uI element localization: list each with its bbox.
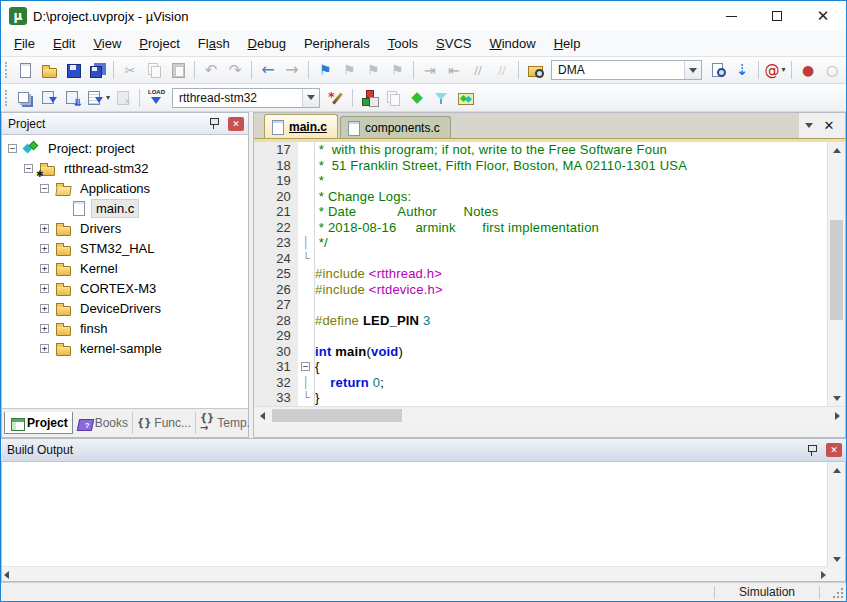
menu-peripherals[interactable]: Peripherals bbox=[295, 32, 379, 55]
project-panel-close-button[interactable]: ✕ bbox=[228, 117, 244, 131]
menu-window[interactable]: Window bbox=[480, 32, 544, 55]
scroll-left-icon[interactable] bbox=[4, 565, 9, 583]
minimize-button[interactable] bbox=[708, 1, 754, 31]
tree-item-finsh[interactable]: +finsh bbox=[2, 318, 248, 338]
pin-icon[interactable] bbox=[209, 117, 220, 130]
target-select-dropdown[interactable] bbox=[302, 89, 319, 107]
tree-item-main-c[interactable]: main.c bbox=[2, 198, 248, 218]
toggle-bookmark-icon[interactable]: ⚑ bbox=[314, 59, 336, 81]
cut-icon[interactable]: ✂ bbox=[119, 59, 141, 81]
clear-bookmarks-icon[interactable]: ⚑ bbox=[386, 59, 408, 81]
menu-flash[interactable]: Flash bbox=[189, 32, 239, 55]
configure-flash-icon[interactable] bbox=[430, 87, 452, 109]
tree-item-project-project[interactable]: −Project: project bbox=[2, 138, 248, 158]
manage-project-items-icon[interactable] bbox=[358, 87, 380, 109]
insert-breakpoint-icon[interactable]: ● bbox=[797, 59, 819, 81]
scroll-up-icon[interactable] bbox=[828, 142, 845, 158]
navigate-forward-icon[interactable]: → bbox=[281, 59, 303, 81]
scroll-down-icon[interactable] bbox=[828, 551, 845, 567]
target-select[interactable]: rtthread-stm32 bbox=[172, 88, 320, 108]
stop-build-icon[interactable] bbox=[112, 87, 134, 109]
scrollbar-thumb[interactable] bbox=[830, 220, 843, 320]
build-output-horizontal-scrollbar[interactable] bbox=[2, 566, 828, 581]
download-icon[interactable] bbox=[145, 87, 167, 109]
save-all-icon[interactable] bbox=[86, 59, 108, 81]
build-output-close-button[interactable]: ✕ bbox=[826, 443, 842, 457]
editor-horizontal-scrollbar[interactable] bbox=[254, 406, 845, 424]
redo-icon[interactable]: ↷ bbox=[224, 59, 246, 81]
close-document-button[interactable]: ✕ bbox=[819, 118, 839, 133]
expand-icon[interactable]: + bbox=[40, 224, 49, 233]
pack-installer-icon[interactable] bbox=[454, 87, 476, 109]
menu-help[interactable]: Help bbox=[545, 32, 590, 55]
search-combo[interactable]: DMA bbox=[551, 60, 702, 80]
paste-icon[interactable] bbox=[167, 59, 189, 81]
panel-tab-books[interactable]: Books bbox=[73, 412, 133, 434]
next-bookmark-icon[interactable]: ⚑ bbox=[362, 59, 384, 81]
tree-item-cortex-m3[interactable]: +CORTEX-M3 bbox=[2, 278, 248, 298]
tab-list-dropdown[interactable] bbox=[799, 123, 819, 128]
tab-main-c[interactable]: main.c bbox=[264, 114, 338, 138]
menu-edit[interactable]: Edit bbox=[44, 32, 84, 55]
manage-books-icon[interactable] bbox=[382, 87, 404, 109]
expand-icon[interactable]: + bbox=[40, 264, 49, 273]
find-icon[interactable] bbox=[707, 59, 729, 81]
close-button[interactable]: ✕ bbox=[800, 1, 846, 31]
build-output-vertical-scrollbar[interactable] bbox=[827, 462, 845, 581]
expand-icon[interactable]: + bbox=[40, 304, 49, 313]
translate-icon[interactable] bbox=[14, 87, 36, 109]
panel-tab-func[interactable]: {}Func... bbox=[133, 412, 196, 434]
new-file-icon[interactable] bbox=[14, 59, 36, 81]
target-options-icon[interactable] bbox=[325, 87, 347, 109]
menu-project[interactable]: Project bbox=[130, 32, 188, 55]
uncomment-icon[interactable]: // bbox=[491, 59, 513, 81]
disable-breakpoint-icon[interactable]: ○ bbox=[821, 59, 843, 81]
menu-svcs[interactable]: SVCS bbox=[427, 32, 480, 55]
incremental-find-icon[interactable]: ⇣ bbox=[731, 59, 753, 81]
scroll-right-icon[interactable] bbox=[821, 565, 826, 583]
tree-item-stm32-hal[interactable]: +STM32_HAL bbox=[2, 238, 248, 258]
scroll-left-icon[interactable] bbox=[254, 407, 270, 424]
copy-icon[interactable] bbox=[143, 59, 165, 81]
tree-item-devicedrivers[interactable]: +DeviceDrivers bbox=[2, 298, 248, 318]
rebuild-icon[interactable] bbox=[62, 87, 84, 109]
tree-item-kernel[interactable]: +Kernel bbox=[2, 258, 248, 278]
fold-collapse-icon[interactable]: − bbox=[301, 362, 310, 371]
code-view[interactable]: 17 * with this program; if not, write to… bbox=[254, 142, 827, 406]
manage-rte-icon[interactable]: ◆ bbox=[406, 87, 428, 109]
menu-tools[interactable]: Tools bbox=[379, 32, 427, 55]
comment-icon[interactable]: // bbox=[467, 59, 489, 81]
editor-vertical-scrollbar[interactable] bbox=[827, 142, 845, 406]
menu-debug[interactable]: Debug bbox=[239, 32, 295, 55]
batch-build-icon[interactable]: ▾ bbox=[86, 87, 110, 109]
resize-grip[interactable] bbox=[830, 587, 844, 601]
build-icon[interactable] bbox=[38, 87, 60, 109]
menu-file[interactable]: File bbox=[5, 32, 44, 55]
toolbar-grip[interactable] bbox=[5, 62, 9, 78]
save-icon[interactable] bbox=[62, 59, 84, 81]
toolbar-grip[interactable] bbox=[5, 90, 9, 106]
tab-components-c[interactable]: components.c bbox=[340, 116, 451, 138]
expand-icon[interactable]: + bbox=[40, 344, 49, 353]
scroll-right-icon[interactable] bbox=[829, 407, 845, 424]
menu-view[interactable]: View bbox=[84, 32, 130, 55]
scrollbar-thumb[interactable] bbox=[272, 409, 402, 422]
maximize-button[interactable] bbox=[754, 1, 800, 31]
expand-icon[interactable]: + bbox=[40, 284, 49, 293]
find-in-files-icon[interactable] bbox=[524, 59, 546, 81]
pin-icon[interactable] bbox=[807, 444, 818, 457]
tree-item-applications[interactable]: −Applications bbox=[2, 178, 248, 198]
configure-search-icon[interactable]: @▾ bbox=[764, 59, 786, 81]
expand-icon[interactable]: + bbox=[40, 324, 49, 333]
collapse-icon[interactable]: − bbox=[24, 164, 33, 173]
expand-icon[interactable]: + bbox=[40, 244, 49, 253]
panel-tab-project[interactable]: Project bbox=[4, 412, 73, 434]
scroll-up-icon[interactable] bbox=[828, 462, 845, 478]
build-output-content[interactable] bbox=[2, 462, 827, 581]
tree-item-rtthread-stm32[interactable]: −✱rtthread-stm32 bbox=[2, 158, 248, 178]
tree-item-kernel-sample[interactable]: +kernel-sample bbox=[2, 338, 248, 358]
scroll-down-icon[interactable] bbox=[828, 390, 845, 406]
search-combo-dropdown[interactable] bbox=[684, 61, 701, 79]
navigate-back-icon[interactable]: ← bbox=[257, 59, 279, 81]
outdent-icon[interactable]: ⇤ bbox=[443, 59, 465, 81]
